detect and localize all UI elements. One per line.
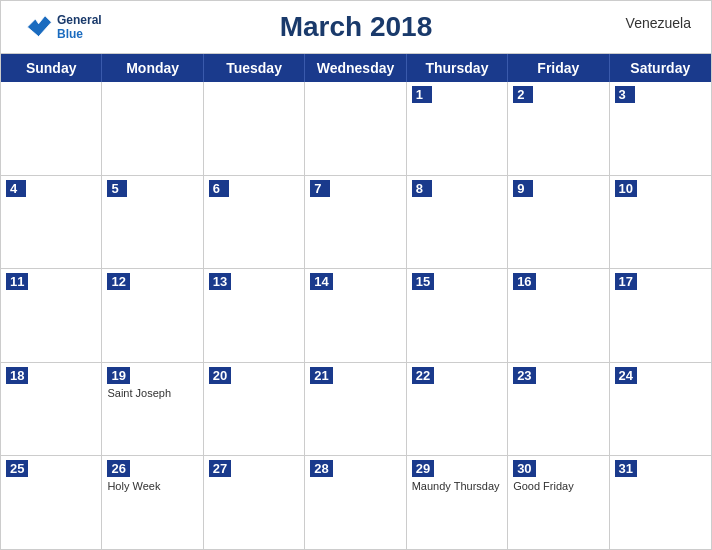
header-sunday: Sunday (1, 54, 102, 82)
day-number: 12 (107, 273, 129, 290)
week-row-2: 4 5 6 7 8 9 10 (1, 176, 711, 270)
day-cell-7: 7 (305, 176, 406, 269)
day-cell-23: 23 (508, 363, 609, 456)
day-cell-13: 13 (204, 269, 305, 362)
day-cell-18: 18 (1, 363, 102, 456)
day-number: 19 (107, 367, 129, 384)
day-cell-2: 2 (508, 82, 609, 175)
header-friday: Friday (508, 54, 609, 82)
day-number: 14 (310, 273, 332, 290)
generalblue-logo-icon (21, 11, 53, 43)
day-cell-12: 12 (102, 269, 203, 362)
holiday-holy-week: Holy Week (107, 479, 197, 493)
day-number: 7 (310, 180, 330, 197)
week-row-3: 11 12 13 14 15 16 17 (1, 269, 711, 363)
week-row-1: 1 2 3 (1, 82, 711, 176)
day-cell-21: 21 (305, 363, 406, 456)
day-number: 24 (615, 367, 637, 384)
holiday-saint-joseph: Saint Joseph (107, 386, 197, 400)
week-row-5: 25 26 Holy Week 27 28 29 Maundy Thursday… (1, 456, 711, 549)
day-number: 20 (209, 367, 231, 384)
day-cell-20: 20 (204, 363, 305, 456)
day-cell-4: 4 (1, 176, 102, 269)
day-number: 9 (513, 180, 533, 197)
logo-area: General Blue (21, 11, 102, 43)
day-cell-26: 26 Holy Week (102, 456, 203, 549)
day-number: 21 (310, 367, 332, 384)
day-cell-6: 6 (204, 176, 305, 269)
holiday-good-friday: Good Friday (513, 479, 603, 493)
day-number: 22 (412, 367, 434, 384)
day-cell-3: 3 (610, 82, 711, 175)
header-wednesday: Wednesday (305, 54, 406, 82)
day-number: 15 (412, 273, 434, 290)
day-number: 1 (412, 86, 432, 103)
day-cell-16: 16 (508, 269, 609, 362)
calendar-header: General Blue March 2018 Venezuela (1, 1, 711, 53)
day-cell-25: 25 (1, 456, 102, 549)
day-cell-1: 1 (407, 82, 508, 175)
day-cell-empty (102, 82, 203, 175)
day-cell-5: 5 (102, 176, 203, 269)
day-cell-31: 31 (610, 456, 711, 549)
logo-text: General Blue (57, 13, 102, 42)
day-cell-15: 15 (407, 269, 508, 362)
day-number: 5 (107, 180, 127, 197)
month-title: March 2018 (280, 11, 433, 43)
calendar-grid: Sunday Monday Tuesday Wednesday Thursday… (1, 53, 711, 549)
day-cell-28: 28 (305, 456, 406, 549)
day-number: 25 (6, 460, 28, 477)
day-number: 29 (412, 460, 434, 477)
day-cell-14: 14 (305, 269, 406, 362)
day-headers-row: Sunday Monday Tuesday Wednesday Thursday… (1, 54, 711, 82)
day-number: 16 (513, 273, 535, 290)
day-number: 30 (513, 460, 535, 477)
holiday-maundy-thursday: Maundy Thursday (412, 479, 502, 493)
day-cell-27: 27 (204, 456, 305, 549)
day-cell-empty (1, 82, 102, 175)
day-cell-empty (204, 82, 305, 175)
day-number: 8 (412, 180, 432, 197)
day-number: 3 (615, 86, 635, 103)
day-number: 27 (209, 460, 231, 477)
header-saturday: Saturday (610, 54, 711, 82)
header-thursday: Thursday (407, 54, 508, 82)
day-number: 13 (209, 273, 231, 290)
day-number: 31 (615, 460, 637, 477)
day-number: 6 (209, 180, 229, 197)
weeks-container: 1 2 3 4 5 6 7 8 9 10 11 12 13 14 15 16 (1, 82, 711, 549)
day-cell-8: 8 (407, 176, 508, 269)
day-cell-11: 11 (1, 269, 102, 362)
day-cell-17: 17 (610, 269, 711, 362)
day-number: 11 (6, 273, 28, 290)
logo-blue: Blue (57, 27, 102, 41)
header-monday: Monday (102, 54, 203, 82)
day-cell-29: 29 Maundy Thursday (407, 456, 508, 549)
week-row-4: 18 19 Saint Joseph 20 21 22 23 24 (1, 363, 711, 457)
day-number: 4 (6, 180, 26, 197)
day-number: 23 (513, 367, 535, 384)
day-number: 17 (615, 273, 637, 290)
logo-general: General (57, 13, 102, 27)
day-number: 18 (6, 367, 28, 384)
day-cell-10: 10 (610, 176, 711, 269)
day-cell-19: 19 Saint Joseph (102, 363, 203, 456)
day-cell-9: 9 (508, 176, 609, 269)
header-tuesday: Tuesday (204, 54, 305, 82)
day-cell-24: 24 (610, 363, 711, 456)
day-number: 26 (107, 460, 129, 477)
day-number: 2 (513, 86, 533, 103)
day-cell-22: 22 (407, 363, 508, 456)
country-label: Venezuela (626, 15, 691, 31)
calendar-container: General Blue March 2018 Venezuela Sunday… (0, 0, 712, 550)
day-cell-30: 30 Good Friday (508, 456, 609, 549)
day-number: 10 (615, 180, 637, 197)
day-cell-empty (305, 82, 406, 175)
day-number: 28 (310, 460, 332, 477)
